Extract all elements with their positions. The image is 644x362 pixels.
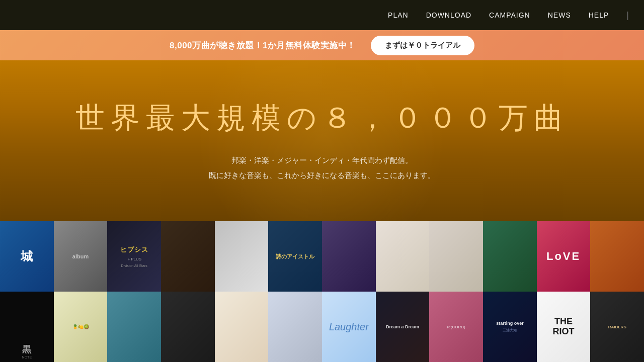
album-cell[interactable] — [483, 221, 537, 292]
nav-divider: | — [626, 10, 629, 21]
album-cell[interactable] — [107, 292, 161, 362]
nav-plan[interactable]: PLAN — [388, 11, 409, 19]
hero-subtitle-line2: 既に好きな音楽も、これから好きになる音楽も、ここにあります。 — [209, 168, 435, 183]
album-cell[interactable] — [161, 292, 215, 362]
album-cell[interactable]: 城 — [0, 221, 54, 292]
album-cell[interactable] — [215, 292, 269, 362]
album-cell[interactable] — [590, 221, 644, 292]
album-cell[interactable]: RAIDERS — [590, 292, 644, 362]
album-cell[interactable]: ヒプシス ＋PLUS Division All Stars — [107, 221, 161, 292]
promo-text: 8,000万曲が聴き放題！1か月無料体験実施中！ — [170, 40, 356, 51]
album-cell-laughter[interactable]: Laughter — [322, 292, 376, 362]
hero-subtitle-line1: 邦楽・洋楽・メジャー・インディ・年代間わず配信。 — [209, 153, 435, 168]
album-cell[interactable]: LoVE — [537, 221, 591, 292]
album-cell[interactable] — [322, 221, 376, 292]
nav-help[interactable]: HELP — [589, 11, 609, 19]
hero-title: 世界最大規模の８，０００万曲 — [75, 99, 569, 138]
album-cell[interactable]: 🍍🍋🥝 — [54, 292, 108, 362]
album-grid: 城 album ヒプシス ＋PLUS Division All Stars — [0, 221, 644, 362]
album-cell[interactable] — [376, 221, 430, 292]
album-cell[interactable]: re(CORD) — [429, 292, 483, 362]
album-row-1: 城 album ヒプシス ＋PLUS Division All Stars — [0, 221, 644, 292]
album-row-2: 黒 NOTE 🍍🍋🥝 — [0, 292, 644, 362]
album-cell[interactable] — [161, 221, 215, 292]
album-cell[interactable]: album — [54, 221, 108, 292]
promo-banner: 8,000万曲が聴き放題！1か月無料体験実施中！ まずは￥０トライアル — [0, 30, 644, 60]
trial-button[interactable]: まずは￥０トライアル — [371, 36, 474, 55]
album-cell[interactable] — [429, 221, 483, 292]
album-cell[interactable] — [215, 221, 269, 292]
album-cell-dream[interactable]: Dream a Dream — [376, 292, 430, 362]
hero-subtitle: 邦楽・洋楽・メジャー・インディ・年代間わず配信。 既に好きな音楽も、これから好き… — [209, 153, 435, 183]
album-cell-starting[interactable]: starting over 三浦大知 — [483, 292, 537, 362]
nav-news[interactable]: NEWS — [548, 11, 571, 19]
album-cell[interactable] — [268, 292, 322, 362]
album-cell-riot[interactable]: THERIOT — [537, 292, 591, 362]
album-cell[interactable]: 黒 NOTE — [0, 292, 54, 362]
nav-bar: PLAN DOWNLOAD CAMPAIGN NEWS HELP | — [0, 0, 644, 30]
nav-campaign[interactable]: CAMPAIGN — [489, 11, 530, 19]
hero-section: 世界最大規模の８，０００万曲 邦楽・洋楽・メジャー・インディ・年代間わず配信。 … — [0, 60, 644, 221]
nav-download[interactable]: DOWNLOAD — [426, 11, 471, 19]
album-cell[interactable]: 詩のアイストル — [268, 221, 322, 292]
